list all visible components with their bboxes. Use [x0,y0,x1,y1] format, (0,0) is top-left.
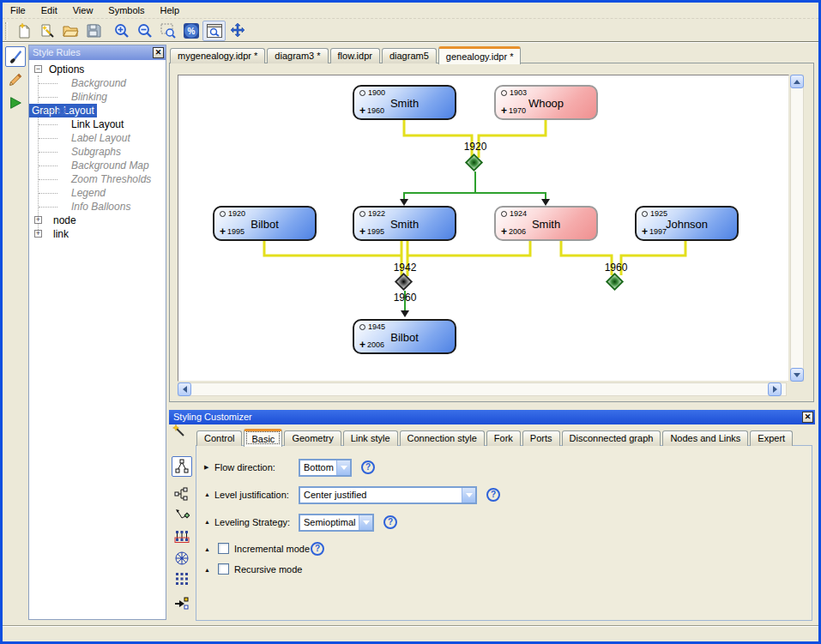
tab-diagram3[interactable]: diagram3 * [267,48,328,63]
tab-genealogy[interactable]: genealogy.idpr * [438,46,522,64]
link-layout-icon[interactable] [172,506,192,527]
menu-help[interactable]: Help [153,3,188,17]
person-node-bilbot-1920[interactable]: 1920 Bilbot +1995 [213,206,317,241]
tree-item-options[interactable]: −Options [29,63,166,76]
edit-pencil-button[interactable] [5,69,26,90]
save-icon[interactable] [81,21,105,41]
toolbar-grip[interactable] [5,22,8,39]
scroll-down-icon[interactable] [790,368,804,382]
tree-item-legend[interactable]: Legend [29,186,166,200]
help-icon[interactable] [486,488,500,502]
close-icon[interactable]: ✕ [802,412,813,423]
tree-item-graph-layout[interactable]: Graph Layout [29,104,166,117]
level-justification-select[interactable]: Center justified [299,486,477,504]
tree-item-link[interactable]: +link [29,227,166,241]
circular-layout-icon[interactable] [172,548,192,569]
customizer-title: Styling Customizer [173,412,252,422]
incremental-mode-checkbox[interactable] [218,543,229,554]
collapse-triangle-icon[interactable]: ▲ [204,546,210,552]
tab-flow[interactable]: flow.idpr [330,48,380,63]
open-folder-icon[interactable] [58,21,81,41]
zoom-out-icon[interactable] [133,21,156,41]
help-icon[interactable] [383,515,397,529]
diagram-canvas[interactable]: 1920 1942 1960 1960 1900 Smith +1960 190… [178,75,789,382]
scroll-right-icon[interactable] [768,382,782,396]
collapse-icon[interactable]: − [34,65,42,73]
collapse-triangle-icon[interactable]: ▲ [204,491,210,497]
tree-item-info-balloons[interactable]: Info Balloons [29,200,166,214]
tab-control[interactable]: Control [196,430,242,446]
vertical-scrollbar[interactable] [790,75,804,382]
menu-file[interactable]: File [3,3,33,17]
tab-disconnected-graph[interactable]: Disconnected graph [562,430,661,446]
person-node-whoop-1903[interactable]: 1903 Whoop +1970 [494,85,598,120]
style-rules-titlebar[interactable]: Style Rules ✕ [29,45,166,60]
recursive-mode-checkbox[interactable] [218,563,229,575]
zoom-percent-icon[interactable]: % [179,21,202,41]
tree-item-node[interactable]: +node [29,214,166,227]
zoom-area-icon[interactable] [156,21,179,41]
menu-view[interactable]: View [65,3,101,17]
tab-connection-style[interactable]: Connection style [400,430,485,446]
menu-symbols[interactable]: Symbols [100,3,152,17]
tab-diagram5[interactable]: diagram5 [382,48,437,63]
tab-nodes-and-links[interactable]: Nodes and Links [662,430,748,446]
chevron-down-icon[interactable] [462,488,475,503]
person-node-johnson-1925[interactable]: 1925 Johnson +1997 [635,206,739,241]
leveling-strategy-select[interactable]: Semioptimal [299,514,374,532]
birth-icon [501,211,507,217]
chevron-down-icon[interactable] [336,460,350,475]
expand-icon[interactable]: + [34,230,42,238]
collapse-triangle-icon[interactable]: ▲ [204,519,210,525]
tree-item-link-layout[interactable]: Link Layout [29,117,166,131]
horizontal-scrollbar[interactable] [178,382,787,396]
help-icon[interactable] [311,542,324,556]
scroll-up-icon[interactable] [790,75,804,88]
tree-layout-icon[interactable] [172,456,192,477]
customizer-titlebar[interactable]: Styling Customizer ✕ [169,410,815,424]
new-document-icon[interactable] [12,21,35,41]
tree-item-zoom-thresholds[interactable]: Zoom Thresholds [29,172,166,186]
tree-item-label-layout[interactable]: Label Layout [29,131,166,145]
run-button[interactable] [5,93,26,113]
tree-item-blinking[interactable]: Blinking [29,90,166,104]
scroll-left-icon[interactable] [178,382,191,396]
style-wizard-icon[interactable] [35,21,58,41]
collapse-triangle-icon[interactable]: ▲ [204,567,210,573]
tree-item-background-map[interactable]: Background Map [29,159,166,172]
tab-expert[interactable]: Expert [750,430,793,446]
close-icon[interactable]: ✕ [153,47,164,58]
incremental-layout-icon[interactable] [172,593,192,614]
bus-layout-icon[interactable] [172,527,192,547]
birth-icon [359,90,365,96]
menu-edit[interactable]: Edit [33,3,65,17]
tab-geometry[interactable]: Geometry [284,430,341,446]
person-node-smith-1922[interactable]: 1922 Smith +1995 [353,206,456,241]
style-brush-button[interactable] [5,46,26,67]
person-node-smith-1924[interactable]: 1924 Smith +2006 [494,206,598,241]
pan-icon[interactable] [226,21,249,41]
chevron-down-icon[interactable] [359,515,372,530]
tab-basic[interactable]: Basic [244,429,282,447]
incremental-mode-label: Incremental mode [234,544,310,554]
help-icon[interactable] [361,460,375,474]
hierarchical-layout-icon[interactable] [172,484,192,504]
wand-icon[interactable] [172,424,189,441]
tab-ports[interactable]: Ports [522,430,560,446]
death-icon: + [501,105,507,117]
application-window: File Edit View Symbols Help % Style Rule… [0,0,821,644]
tree-item-subgraphs[interactable]: Subgraphs [29,145,166,159]
expand-icon[interactable]: + [34,216,42,224]
person-node-smith-1900[interactable]: 1900 Smith +1960 [353,85,456,120]
overview-window-icon[interactable] [202,21,226,41]
tab-link-style[interactable]: Link style [343,430,398,446]
flow-direction-select[interactable]: Bottom [299,459,352,477]
birth-icon [501,90,507,96]
expand-triangle-icon[interactable]: ▶ [204,464,208,471]
tab-mygenealogy[interactable]: mygenealogy.idpr * [170,48,265,63]
tree-item-background[interactable]: Background [29,76,166,90]
person-node-bilbot-1945[interactable]: 1945 Bilbot +2006 [353,319,456,354]
zoom-in-icon[interactable] [110,21,133,41]
tab-fork[interactable]: Fork [486,430,521,446]
grid-layout-icon[interactable] [172,569,192,589]
